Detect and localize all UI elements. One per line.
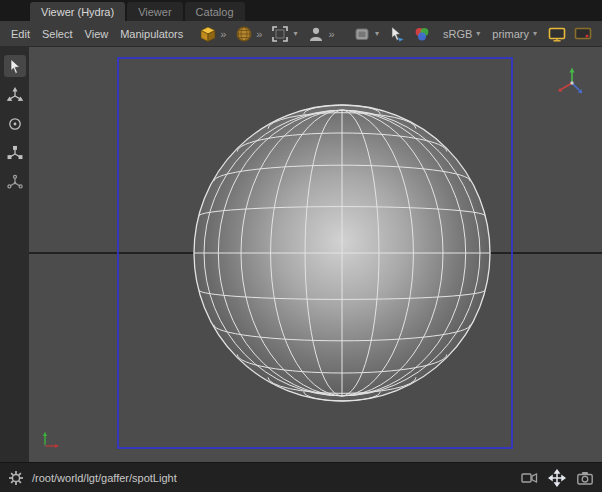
colorspace-dropdown[interactable]: sRGB [437,28,474,40]
tab-label: Viewer (Hydra) [41,6,114,18]
menu-select[interactable]: Select [36,28,79,40]
tab-viewer-hydra[interactable]: Viewer (Hydra) [30,2,125,21]
drawing-mode-button[interactable] [197,24,219,44]
scale-tool-button[interactable] [4,142,26,164]
crop-window-button[interactable] [269,24,291,44]
pivot-axes-icon [7,174,23,190]
globe-icon [235,25,253,43]
pan-arrows-icon [548,469,566,487]
display-transform-caret[interactable]: ▾ [373,29,381,38]
menu-manipulators[interactable]: Manipulators [114,28,189,40]
colorspace-caret[interactable]: ▾ [474,29,482,38]
viewport-settings-button[interactable] [8,470,24,486]
display-transform-button[interactable] [351,24,373,44]
center-view-button[interactable] [548,469,566,487]
status-bar-right [520,469,594,487]
translate-axes-icon [7,87,23,103]
gear-icon [8,470,24,486]
shading-mode-button[interactable] [233,24,255,44]
monitor-icon [547,25,567,43]
primary-monitor-button[interactable] [545,24,569,44]
viewer-toolbar: Edit Select View Manipulators » [0,21,602,47]
view-caret[interactable]: ▾ [531,29,539,38]
translate-tool-button[interactable] [4,84,26,106]
crop-window-caret[interactable]: ▾ [291,29,299,38]
view-dropdown[interactable]: primary [486,28,531,40]
menu-edit[interactable]: Edit [5,28,36,40]
camera-settings-button[interactable] [576,469,594,487]
rounded-square-icon [353,25,371,43]
frame-corners-icon [271,25,289,43]
scale-axes-icon [7,145,23,161]
tab-viewer[interactable]: Viewer [127,2,182,21]
rgb-circles-icon [413,25,431,43]
camera-person-expander[interactable]: » [327,28,337,40]
look-through-camera-button[interactable] [520,469,538,487]
scene-path-label: /root/world/lgt/gaffer/spotLight [32,472,177,484]
shading-mode-expander[interactable]: » [255,28,265,40]
camera-person-button[interactable] [305,24,327,44]
viewport-3d[interactable] [29,47,602,462]
pointer-icon [7,58,23,74]
sphere-wireframe [194,105,490,401]
monitor-dim-icon [573,25,593,43]
mini-axis-gizmo [43,432,59,448]
status-bar: /root/world/lgt/gaffer/spotLight [0,462,602,492]
color-inspector-button[interactable] [411,24,433,44]
pointer-mode-button[interactable] [385,24,407,44]
tab-label: Catalog [196,6,234,18]
camcorder-icon [520,469,538,487]
axis-gizmo [558,68,582,94]
drawing-mode-expander[interactable]: » [219,28,229,40]
secondary-monitor-button[interactable] [571,24,595,44]
rotate-circle-icon [7,116,23,132]
tool-strip [0,47,29,462]
cube-icon [199,25,217,43]
camera-icon [576,469,594,487]
tab-catalog[interactable]: Catalog [185,2,245,21]
viewer-window: Viewer (Hydra) Viewer Catalog Edit Selec… [0,0,602,492]
viewport-canvas [29,47,602,462]
transform-tool-button[interactable] [4,171,26,193]
selection-tool-button[interactable] [4,55,26,77]
viewer-body [0,47,602,462]
cursor-icon [387,25,405,43]
person-icon [307,25,325,43]
tab-bar: Viewer (Hydra) Viewer Catalog [0,0,602,21]
menu-view[interactable]: View [79,28,115,40]
tab-label: Viewer [138,6,171,18]
rotate-tool-button[interactable] [4,113,26,135]
